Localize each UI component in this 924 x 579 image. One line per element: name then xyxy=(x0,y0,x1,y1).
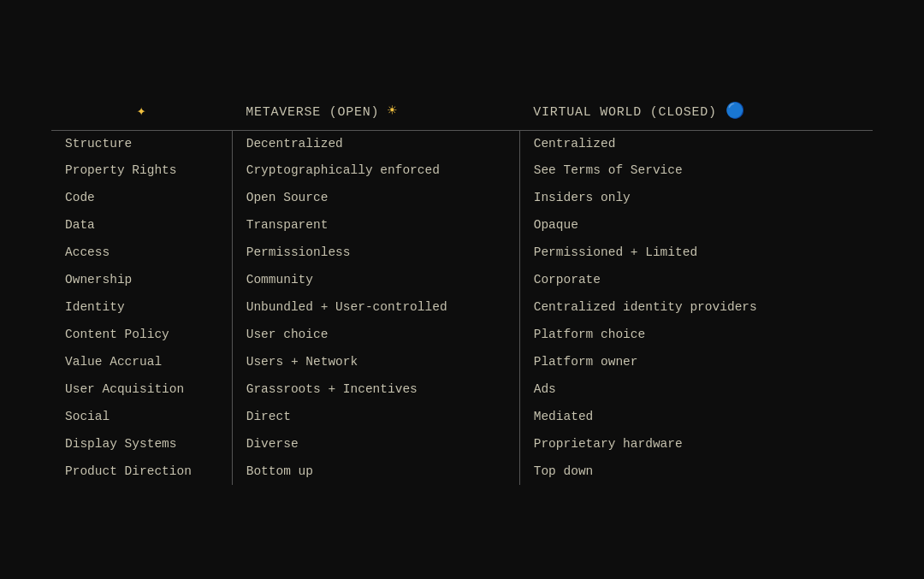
category-cell: Social xyxy=(51,404,232,431)
category-cell: Display Systems xyxy=(51,431,232,458)
virtual-cell: Mediated xyxy=(519,404,873,431)
table-row: CodeOpen SourceInsiders only xyxy=(51,185,873,212)
category-cell: Content Policy xyxy=(51,322,232,349)
virtual-cell: Opaque xyxy=(519,212,873,239)
virtual-cell: Centralized xyxy=(519,130,873,157)
metaverse-cell: Permissionless xyxy=(232,239,519,267)
metaverse-cell: Diverse xyxy=(232,431,519,458)
virtual-cell: Permissioned + Limited xyxy=(519,239,873,267)
table-row: OwnershipCommunityCorporate xyxy=(51,267,873,294)
category-cell: Property Rights xyxy=(51,157,232,185)
metaverse-label: METAVERSE (OPEN) xyxy=(246,105,379,120)
table-row: Value AccrualUsers + NetworkPlatform own… xyxy=(51,349,873,376)
metaverse-cell: Unbundled + User-controlled xyxy=(232,294,519,322)
main-container: ✦ METAVERSE (OPEN) ☀️ VIRTUAL WORLD (CLO… xyxy=(51,77,873,503)
metaverse-cell: Direct xyxy=(232,404,519,431)
virtual-cell: Platform owner xyxy=(519,349,873,376)
table-row: User AcquisitionGrassroots + IncentivesA… xyxy=(51,376,873,404)
category-cell: Access xyxy=(51,239,232,267)
virtual-cell: Ads xyxy=(519,376,873,404)
category-cell: Code xyxy=(51,185,232,212)
table-row: Display SystemsDiverseProprietary hardwa… xyxy=(51,431,873,458)
table-row: DataTransparentOpaque xyxy=(51,212,873,239)
category-cell: User Acquisition xyxy=(51,376,232,404)
category-cell: Structure xyxy=(51,130,232,157)
table-row: Content PolicyUser choicePlatform choice xyxy=(51,322,873,349)
metaverse-cell: Decentralized xyxy=(232,130,519,157)
virtual-label: VIRTUAL WORLD (CLOSED) xyxy=(533,105,717,120)
category-cell: Product Direction xyxy=(51,458,232,486)
table-row: StructureDecentralizedCentralized xyxy=(51,130,873,157)
metaverse-cell: Grassroots + Incentives xyxy=(232,376,519,404)
metaverse-cell: Users + Network xyxy=(232,349,519,376)
virtual-cell: Corporate xyxy=(519,267,873,294)
header-col3: VIRTUAL WORLD (CLOSED) 🔵 xyxy=(519,94,873,131)
header-col2: METAVERSE (OPEN) ☀️ xyxy=(232,94,519,131)
globe-icon: 🔵 xyxy=(726,103,745,120)
virtual-cell: Top down xyxy=(519,458,873,486)
sun-icon: ☀️ xyxy=(388,103,398,120)
category-cell: Value Accrual xyxy=(51,349,232,376)
table-row: Property RightsCryptographically enforce… xyxy=(51,157,873,185)
header-col1: ✦ xyxy=(51,94,232,131)
virtual-cell: Platform choice xyxy=(519,322,873,349)
table-row: Product DirectionBottom upTop down xyxy=(51,458,873,486)
metaverse-cell: Transparent xyxy=(232,212,519,239)
metaverse-cell: User choice xyxy=(232,322,519,349)
metaverse-cell: Bottom up xyxy=(232,458,519,486)
table-row: SocialDirectMediated xyxy=(51,404,873,431)
virtual-cell: See Terms of Service xyxy=(519,157,873,185)
virtual-cell: Proprietary hardware xyxy=(519,431,873,458)
category-cell: Data xyxy=(51,212,232,239)
sparkle-icon: ✦ xyxy=(137,103,147,120)
category-cell: Identity xyxy=(51,294,232,322)
metaverse-cell: Open Source xyxy=(232,185,519,212)
table-row: AccessPermissionlessPermissioned + Limit… xyxy=(51,239,873,267)
metaverse-cell: Cryptographically enforced xyxy=(232,157,519,185)
virtual-cell: Insiders only xyxy=(519,185,873,212)
category-cell: Ownership xyxy=(51,267,232,294)
metaverse-cell: Community xyxy=(232,267,519,294)
comparison-table: ✦ METAVERSE (OPEN) ☀️ VIRTUAL WORLD (CLO… xyxy=(51,94,873,486)
table-row: IdentityUnbundled + User-controlledCentr… xyxy=(51,294,873,322)
virtual-cell: Centralized identity providers xyxy=(519,294,873,322)
